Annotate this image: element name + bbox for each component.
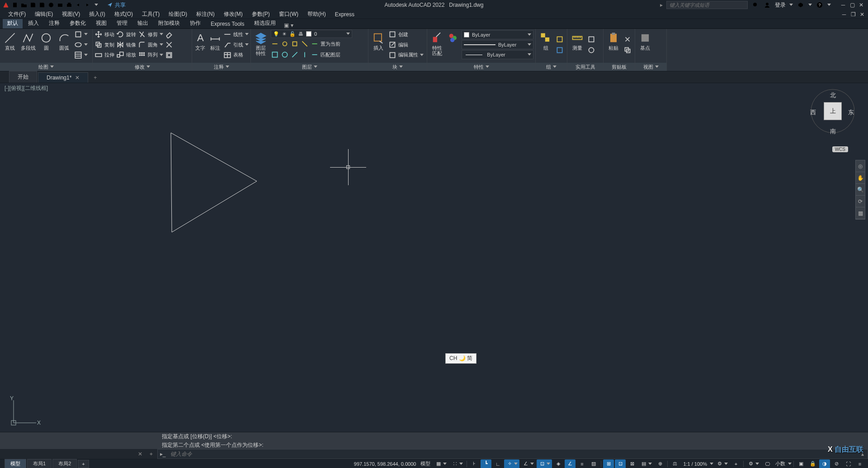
status-osnap-icon[interactable]: ⊡: [537, 459, 552, 468]
close-icon[interactable]: ✕: [857, 2, 865, 8]
nav-zoom-icon[interactable]: 🔍: [856, 184, 865, 196]
group-button[interactable]: 组: [538, 30, 554, 51]
status-model-button[interactable]: 模型: [419, 459, 432, 468]
saveas-icon[interactable]: [38, 1, 46, 9]
status-gizmo-icon[interactable]: ⊕: [655, 459, 665, 468]
set-current-button[interactable]: 置为当前: [311, 39, 340, 49]
status-snap-icon[interactable]: ⸬: [449, 459, 465, 468]
status-units[interactable]: 小数: [774, 459, 787, 468]
viewcube-south[interactable]: 南: [830, 127, 836, 136]
menu-parametric[interactable]: 参数(P): [248, 9, 274, 19]
status-plus-icon[interactable]: +: [731, 459, 741, 468]
line-button[interactable]: 直线: [2, 30, 18, 51]
ribtab-addins[interactable]: 附加模块: [154, 18, 184, 28]
menu-modify[interactable]: 修改(M): [220, 9, 246, 19]
doc-close-icon[interactable]: ✕: [858, 11, 866, 18]
ellipse-button[interactable]: [74, 40, 88, 50]
block-create-button[interactable]: 创建: [388, 30, 424, 39]
nav-orbit-icon[interactable]: ⟳: [856, 196, 865, 207]
ribtab-insert[interactable]: 插入: [24, 18, 43, 28]
panel-block-title[interactable]: 块: [368, 63, 427, 71]
status-iso-icon[interactable]: ∠: [520, 459, 536, 468]
layer-tool4[interactable]: [301, 39, 309, 49]
doc-restore-icon[interactable]: ❐: [849, 11, 857, 18]
account-dropdown-icon[interactable]: [789, 3, 793, 7]
ribtab-manage[interactable]: 管理: [112, 18, 132, 28]
menu-format[interactable]: 格式(O): [111, 9, 137, 19]
status-transparency-icon[interactable]: ▨: [588, 459, 599, 468]
menu-insert[interactable]: 插入(I): [85, 9, 108, 19]
ribtab-annotate[interactable]: 注释: [44, 18, 64, 28]
ribtab-featured[interactable]: 精选应用: [250, 18, 280, 28]
move-button[interactable]: 移动: [94, 30, 114, 39]
viewport[interactable]: [-][俯视][二维线框] Y X 上 北 南 东 西 WCS ◎ ✋ 🔍 ⟳ …: [0, 83, 868, 432]
cmd-history-up-icon[interactable]: ▴: [858, 451, 868, 457]
panel-layers-title[interactable]: 图层: [251, 63, 368, 71]
base-button[interactable]: 基点: [637, 30, 653, 51]
status-gear-icon[interactable]: ⚙: [714, 459, 730, 468]
help-dropdown-icon[interactable]: [827, 3, 831, 7]
command-input[interactable]: [168, 451, 858, 457]
group-tool1[interactable]: [556, 34, 564, 44]
viewcube-north[interactable]: 北: [830, 91, 836, 99]
status-lwt-icon[interactable]: ≡: [576, 459, 587, 468]
search-arrow-icon[interactable]: ▸: [660, 2, 663, 8]
layout-model[interactable]: 模型: [5, 459, 26, 468]
mirror-button[interactable]: 镜像: [116, 40, 136, 50]
status-scale[interactable]: 1:1 / 100%: [681, 460, 709, 468]
dimension-button[interactable]: 标注: [209, 30, 222, 51]
search-input[interactable]: [666, 1, 748, 9]
menu-tools[interactable]: 工具(T): [138, 9, 163, 19]
status-customize-icon[interactable]: ≡: [854, 459, 865, 468]
status-workspace-icon[interactable]: ⚙: [745, 459, 761, 468]
layout-1[interactable]: 布局1: [27, 459, 52, 468]
ribtab-default[interactable]: 默认: [3, 18, 23, 28]
linetype-dropdown[interactable]: ByLayer: [462, 50, 533, 59]
status-annoscale-icon[interactable]: ⚖: [670, 459, 680, 468]
filetab-start[interactable]: 开始: [9, 71, 37, 83]
status-ucs-icon[interactable]: ⊡: [615, 459, 626, 468]
cut-button[interactable]: [623, 34, 632, 44]
status-units-dropdown-icon[interactable]: [788, 462, 792, 466]
nav-fullnav-icon[interactable]: ◎: [856, 160, 865, 172]
ribtab-express[interactable]: Express Tools: [206, 19, 249, 28]
close-tab-icon[interactable]: ✕: [75, 75, 80, 81]
table-button[interactable]: 表格: [223, 50, 249, 60]
filetab-drawing1[interactable]: Drawing1*✕: [38, 72, 88, 83]
status-scale-dropdown-icon[interactable]: [710, 462, 713, 466]
leader-button[interactable]: 引线: [223, 40, 249, 50]
share-button[interactable]: 共享: [107, 1, 126, 9]
layer-tool6[interactable]: [281, 50, 289, 60]
panel-base-title[interactable]: 视图: [635, 63, 666, 71]
layer-tool7[interactable]: [291, 50, 299, 60]
menu-view[interactable]: 视图(V): [58, 9, 84, 19]
util-tool1[interactable]: [587, 34, 595, 44]
status-infer-icon[interactable]: ⊦: [469, 459, 480, 468]
panel-annotation-title[interactable]: 注释: [192, 63, 250, 71]
layer-tool3[interactable]: [291, 39, 299, 49]
offset-button[interactable]: [165, 50, 173, 60]
layer-dropdown[interactable]: 💡 ☀ 🔓 🖶 0: [271, 30, 352, 38]
ribtab-output[interactable]: 输出: [133, 18, 153, 28]
layer-properties-button[interactable]: 图层 特性: [253, 30, 269, 56]
viewcube-east[interactable]: 东: [848, 108, 854, 117]
status-otrack-icon[interactable]: ∠: [565, 459, 576, 468]
group-tool2[interactable]: [556, 45, 564, 55]
status-dynamic-ucs-icon[interactable]: ⊠: [627, 459, 637, 468]
rect-button[interactable]: [74, 30, 88, 39]
stretch-button[interactable]: 拉伸: [94, 50, 114, 60]
menu-dimension[interactable]: 标注(N): [193, 9, 218, 19]
ucs-icon[interactable]: Y X: [9, 396, 41, 427]
match-props-button[interactable]: 特性 匹配: [429, 30, 445, 56]
cmd-close-icon[interactable]: ✕: [136, 451, 145, 457]
match-layer-button[interactable]: 匹配图层: [311, 50, 340, 60]
add-layout-button[interactable]: +: [78, 460, 89, 468]
layer-tool5[interactable]: [271, 50, 279, 60]
status-sel-filter-icon[interactable]: ▤: [638, 459, 654, 468]
menu-file[interactable]: 文件(F): [5, 9, 29, 19]
viewcube[interactable]: 上 北 南 东 西: [809, 88, 854, 133]
menu-help[interactable]: 帮助(H): [304, 9, 330, 19]
insert-block-button[interactable]: 插入: [370, 30, 387, 51]
status-monitor-icon[interactable]: 🖵: [762, 459, 773, 468]
status-polar-icon[interactable]: ✧: [504, 459, 519, 468]
